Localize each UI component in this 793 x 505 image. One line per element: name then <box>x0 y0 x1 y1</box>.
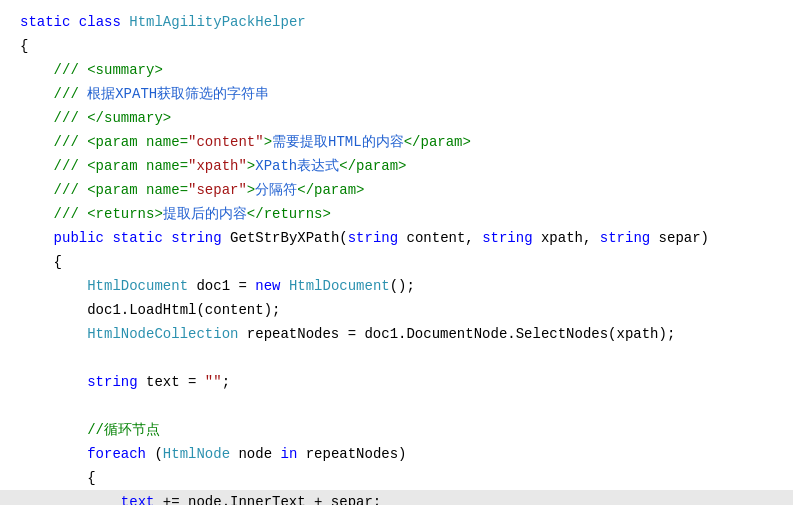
code-line-6: /// <param name="content">需要提取HTML的内容</p… <box>0 130 793 154</box>
class-name: HtmlAgilityPackHelper <box>129 10 305 34</box>
code-line-16: string text = "" ; <box>0 370 793 394</box>
code-line-12: HtmlDocument doc1 = new HtmlDocument (); <box>0 274 793 298</box>
code-line-3: /// <summary> <box>0 58 793 82</box>
code-line-17 <box>0 394 793 418</box>
code-line-9: /// <returns>提取后的内容</returns> <box>0 202 793 226</box>
code-line-10: public static string GetStrByXPath( stri… <box>0 226 793 250</box>
code-line-19: foreach ( HtmlNode node in repeatNodes) <box>0 442 793 466</box>
code-line-8: /// <param name="separ">分隔符</param> <box>0 178 793 202</box>
code-line-7: /// <param name="xpath">XPath表达式</param> <box>0 154 793 178</box>
code-line-4: /// 根据XPATH获取筛选的字符串 <box>0 82 793 106</box>
code-line-20: { <box>0 466 793 490</box>
keyword-static: static <box>20 10 70 34</box>
code-editor: static class HtmlAgilityPackHelper { ///… <box>0 0 793 505</box>
code-line-18: //循环节点 <box>0 418 793 442</box>
code-line-14: HtmlNodeCollection repeatNodes = doc1.Do… <box>0 322 793 346</box>
code-line-11: { <box>0 250 793 274</box>
code-line-5: /// </summary> <box>0 106 793 130</box>
code-line-21: text += node.InnerText + separ; <box>0 490 793 505</box>
code-line-13: doc1.LoadHtml(content); <box>0 298 793 322</box>
keyword-class: class <box>79 10 121 34</box>
code-line-15 <box>0 346 793 370</box>
code-line-2: { <box>0 34 793 58</box>
code-line-1: static class HtmlAgilityPackHelper <box>0 10 793 34</box>
